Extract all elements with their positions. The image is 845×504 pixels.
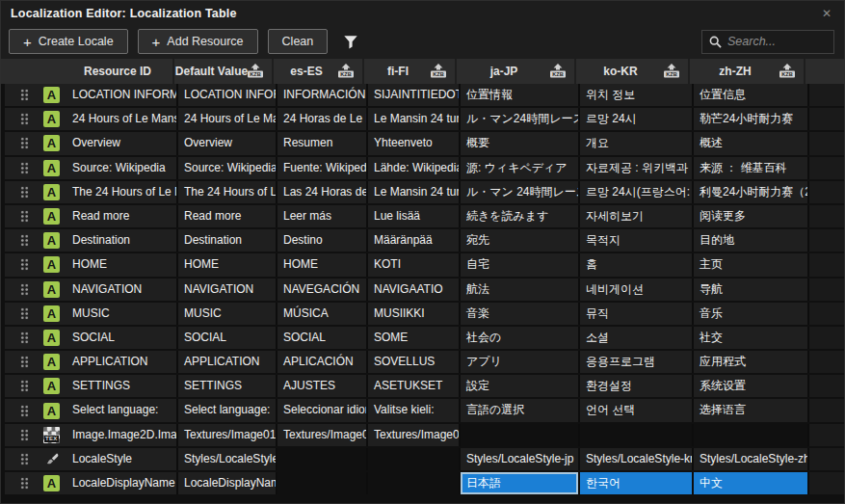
cell-resource-id[interactable]: APPLICATION [66,351,178,373]
cell-resource-id[interactable]: LocaleStyle [66,448,178,470]
cell-resource-id[interactable]: Overview [66,132,178,154]
create-locale-button[interactable]: + Create Locale [9,29,128,54]
cell-zh-zh[interactable]: 社交 [694,327,809,349]
table-row[interactable]: A NAVIGATIONNAVIGATIONNAVEGACIÓNNAVIGAAT… [5,279,844,301]
cell-zh-zh[interactable]: 选择语言 [694,399,809,421]
cell-es-es[interactable]: Textures/Image02 [277,424,368,446]
cell-ko-kr[interactable]: 자세히보기 [580,205,694,227]
cell-ko-kr[interactable]: 개요 [580,132,694,154]
row-drag-handle[interactable] [5,399,43,421]
filter-button[interactable] [337,35,364,49]
column-header-resource-id[interactable]: Resource ID [63,59,174,84]
table-row[interactable]: TEX Image.Image2D.ImagTextures/Image01Te… [5,424,844,446]
cell-default-value[interactable]: SOCIAL [178,327,277,349]
cell-fi-fi[interactable]: SOME [368,327,461,349]
table-row[interactable]: LocaleStyleStyles/LocaleStyleStyles/Loca… [5,448,844,470]
cell-fi-fi[interactable]: Määränpää [368,229,461,252]
row-drag-handle[interactable] [5,253,43,276]
cell-zh-zh[interactable]: 位置信息 [694,84,809,106]
cell-zh-zh[interactable]: 目的地 [694,229,809,252]
row-drag-handle[interactable] [5,132,43,154]
cell-ko-kr[interactable]: 응용프로그램 [580,351,694,373]
cell-zh-zh[interactable]: 中文 [694,472,809,494]
row-drag-handle[interactable] [5,181,43,203]
cell-ja-jp[interactable]: 自宅 [461,253,580,276]
clean-button[interactable]: Clean [268,29,329,54]
cell-es-es[interactable]: Las 24 Horas de Le [277,181,368,203]
cell-es-es[interactable]: Resumen [277,132,368,154]
cell-es-es[interactable]: MÚSICA [277,303,368,325]
cell-es-es[interactable] [277,448,368,470]
cell-zh-zh[interactable]: 系统设置 [694,375,809,397]
cell-es-es[interactable]: AJUSTES [277,375,368,397]
cell-default-value[interactable]: LOCATION INFOR [178,84,277,106]
cell-fi-fi[interactable]: Le Mansin 24 tunn [368,181,461,203]
table-row[interactable]: A MUSICMUSICMÚSICAMUSIIKKI音楽뮤직音乐 [5,303,844,325]
cell-resource-id[interactable]: Destination [66,229,178,252]
row-drag-handle[interactable] [5,448,43,470]
row-drag-handle[interactable] [5,205,43,227]
add-resource-button[interactable]: + Add Resource [138,29,258,54]
cell-zh-zh[interactable]: 主页 [694,253,809,276]
cell-fi-fi[interactable]: Lähde: Wikipedia [368,157,461,179]
cell-zh-zh[interactable] [694,424,809,446]
cell-es-es[interactable]: Destino [277,229,368,252]
cell-default-value[interactable]: Read more [178,205,277,227]
cell-ja-jp[interactable]: 航法 [461,279,580,301]
cell-ja-jp[interactable]: 設定 [461,375,580,397]
table-row[interactable]: A LocaleDisplayNameLocaleDisplayNam日本語한국… [5,472,844,494]
cell-resource-id[interactable]: SETTINGS [66,375,178,397]
cell-resource-id[interactable]: MUSIC [66,303,178,325]
table-row[interactable]: A The 24 Hours of Le MThe 24 Hours of LL… [5,181,844,203]
export-kzb-icon[interactable] [246,64,265,78]
cell-default-value[interactable]: HOME [178,253,277,276]
cell-default-value[interactable]: Overview [178,132,277,154]
cell-es-es[interactable]: 24 Horas de Le Ma [277,108,368,130]
cell-resource-id[interactable]: 24 Hours of Le Mans [66,108,178,130]
cell-ko-kr[interactable]: 르망 24시 [580,108,694,130]
cell-ko-kr[interactable]: 소셜 [580,327,694,349]
cell-ko-kr[interactable]: 위치 정보 [580,84,694,106]
cell-resource-id[interactable]: Image.Image2D.Imag [66,424,178,446]
cell-resource-id[interactable]: The 24 Hours of Le M [66,181,178,203]
cell-resource-id[interactable]: LocaleDisplayName [66,472,178,494]
cell-ja-jp[interactable]: 言語の選択 [461,399,580,421]
table-row[interactable]: A Source: WikipediaSource: WikipediaFuen… [5,157,844,179]
row-drag-handle[interactable] [5,351,43,373]
cell-default-value[interactable]: Destination [178,229,277,252]
cell-fi-fi[interactable] [368,472,461,494]
cell-ja-jp[interactable]: 日本語 [461,472,580,494]
cell-default-value[interactable]: LocaleDisplayNam [178,472,277,494]
column-header-zh-zh[interactable]: zh-ZH [690,59,805,84]
cell-fi-fi[interactable]: Lue lisää [368,205,461,227]
table-row[interactable]: A LOCATION INFORMATLOCATION INFORINFORMA… [5,84,844,106]
cell-fi-fi[interactable] [368,448,461,470]
cell-ko-kr[interactable]: 자료제공 : 위키백과 [580,157,694,179]
cell-ko-kr[interactable]: 언어 선택 [580,399,694,421]
cell-default-value[interactable]: MUSIC [178,303,277,325]
cell-default-value[interactable]: SETTINGS [178,375,277,397]
row-drag-handle[interactable] [5,84,43,106]
table-row[interactable]: A APPLICATIONAPPLICATIONAPLICACIÓNSOVELL… [5,351,844,373]
row-drag-handle[interactable] [5,327,43,349]
export-kzb-icon[interactable] [778,64,797,78]
cell-ko-kr[interactable]: 목적지 [580,229,694,252]
cell-fi-fi[interactable]: SIJAINTITIEDOT [368,84,461,106]
table-row[interactable]: A DestinationDestinationDestinoMääränpää… [5,229,844,252]
cell-ko-kr[interactable]: 네비게이션 [580,279,694,301]
cell-zh-zh[interactable]: 应用程式 [694,351,809,373]
cell-ja-jp[interactable]: 宛先 [461,229,580,252]
table-row[interactable]: A HOMEHOMEHOMEKOTI自宅홈主页 [5,253,844,276]
cell-es-es[interactable] [277,472,368,494]
search-input[interactable] [727,35,827,48]
column-header-ko-kr[interactable]: ko-KR [576,59,690,84]
row-drag-handle[interactable] [5,108,43,130]
export-kzb-icon[interactable] [336,64,356,78]
row-drag-handle[interactable] [5,157,43,179]
search-box[interactable] [701,30,834,54]
cell-default-value[interactable]: The 24 Hours of L [178,181,277,203]
cell-ja-jp[interactable] [461,424,580,446]
cell-ko-kr[interactable]: 르망 24시(프랑스어: 2 [580,181,694,203]
cell-es-es[interactable]: HOME [277,253,368,276]
cell-ko-kr[interactable] [580,424,694,446]
